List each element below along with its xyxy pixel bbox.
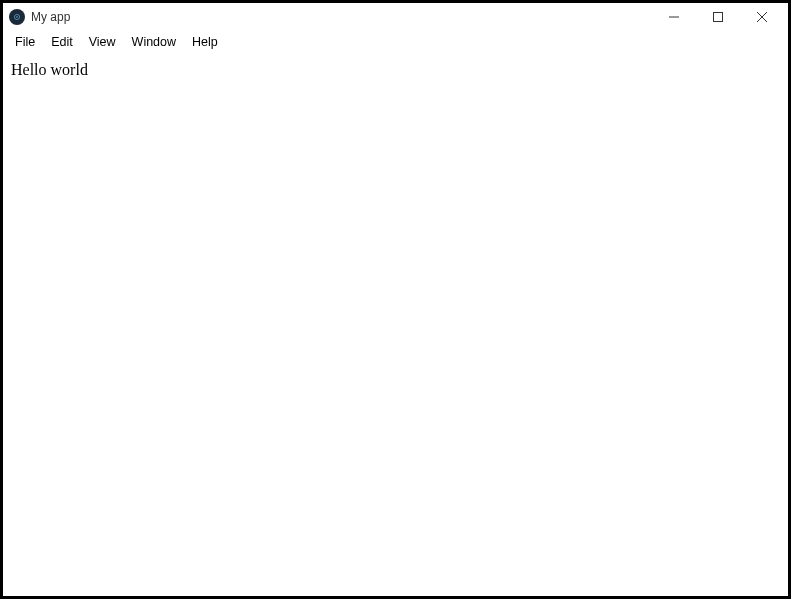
menu-window[interactable]: Window — [124, 33, 184, 51]
close-button[interactable] — [740, 3, 784, 31]
window-controls — [652, 3, 784, 31]
svg-rect-4 — [714, 13, 723, 22]
maximize-button[interactable] — [696, 3, 740, 31]
menu-view[interactable]: View — [81, 33, 124, 51]
app-window: My app File Edit View Window Help Hello … — [0, 0, 791, 599]
app-icon — [9, 9, 25, 25]
maximize-icon — [713, 12, 723, 22]
menu-help[interactable]: Help — [184, 33, 226, 51]
window-title: My app — [31, 10, 70, 24]
menu-edit[interactable]: Edit — [43, 33, 81, 51]
hello-text: Hello world — [11, 61, 780, 79]
minimize-button[interactable] — [652, 3, 696, 31]
minimize-icon — [669, 12, 679, 22]
menu-file[interactable]: File — [7, 33, 43, 51]
menubar: File Edit View Window Help — [3, 31, 788, 53]
titlebar: My app — [3, 3, 788, 31]
svg-point-2 — [16, 16, 18, 18]
close-icon — [757, 12, 767, 22]
content-area: Hello world — [3, 53, 788, 596]
